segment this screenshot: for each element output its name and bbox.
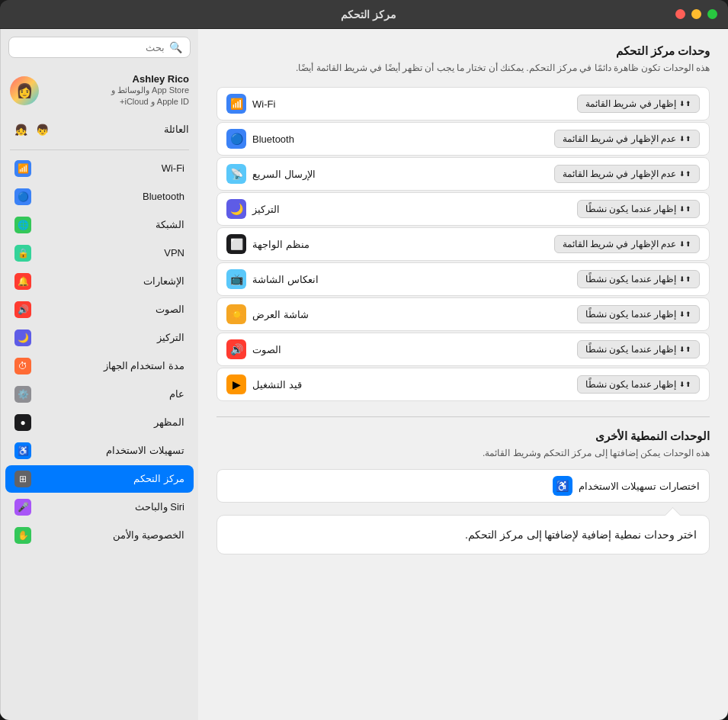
control-icon-wifi: 📶 xyxy=(226,94,246,114)
sidebar-icon-controlcenter: ⊞ xyxy=(14,471,31,487)
control-dropdown-power[interactable]: ⬆⬇ إظهار عندما يكون نشطًا xyxy=(577,375,700,394)
profile-sub-line2: App Store والوسائط و xyxy=(111,85,189,96)
search-input-wrap[interactable]: 🔍 xyxy=(8,37,191,58)
control-dropdown-stage[interactable]: ⬆⬇ عدم الإظهار في شريط القائمة xyxy=(554,235,700,253)
control-icon-sound: 🔊 xyxy=(226,339,246,359)
sidebar-icon-screentime: ⏱ xyxy=(14,358,31,374)
control-dropdown-sound[interactable]: ⬆⬇ إظهار عندما يكون نشطًا xyxy=(577,340,700,358)
sidebar-icon-sound: 🔊 xyxy=(14,301,31,318)
dropdown-label-sound: إظهار عندما يكون نشطًا xyxy=(585,344,676,355)
sidebar-item-right-bluetooth: Bluetooth xyxy=(143,191,184,202)
dropdown-label-bluetooth: عدم الإظهار في شريط القائمة xyxy=(563,133,676,144)
sidebar-item-appearance[interactable]: المظهر ● xyxy=(5,409,194,436)
control-item-sound[interactable]: ⬆⬇ إظهار عندما يكون نشطًا الصوت 🔊 xyxy=(216,333,710,366)
sidebar-item-label-vpn: VPN xyxy=(164,247,184,259)
sidebar-item-label-notifications: الإشعارات xyxy=(143,275,184,287)
control-dropdown-bluetooth[interactable]: ⬆⬇ عدم الإظهار في شريط القائمة xyxy=(554,130,700,148)
sidebar-icon-vpn: 🔒 xyxy=(14,245,31,262)
chevron-down-icon: ⬆⬇ xyxy=(679,135,691,143)
control-dropdown-mirror[interactable]: ⬆⬇ إظهار عندما يكون نشطًا xyxy=(577,270,700,288)
family-avatars: 👦 👧 xyxy=(10,119,53,140)
control-icon-power: ▶ xyxy=(226,374,246,394)
control-label-stage: منظم الواجهة xyxy=(252,239,309,250)
sidebar-item-label-general: عام xyxy=(169,388,184,400)
sidebar-icon-siri: 🎤 xyxy=(14,499,31,516)
minimize-button[interactable] xyxy=(691,9,701,19)
sidebar-item-general[interactable]: عام ⚙️ xyxy=(5,381,194,408)
profile-sub-line1: Apple ID و iCloud+ xyxy=(111,96,189,108)
sidebar-icon-accessibility: ♿ xyxy=(14,442,31,459)
sidebar-content: Ashley Rico App Store والوسائط و Apple I… xyxy=(1,64,198,720)
control-dropdown-airdrop[interactable]: ⬆⬇ عدم الإظهار في شريط القائمة xyxy=(554,165,700,183)
control-dropdown-display[interactable]: ⬆⬇ إظهار عندما يكون نشطًا xyxy=(577,305,700,323)
sidebar-icon-general: ⚙️ xyxy=(14,386,31,403)
sidebar-item-bluetooth[interactable]: Bluetooth 🔵 xyxy=(5,183,194,211)
sidebar-item-screentime[interactable]: مدة استخدام الجهاز ⏱ xyxy=(5,352,194,380)
control-dropdown-focus[interactable]: ⬆⬇ إظهار عندما يكون نشطًا xyxy=(577,200,700,218)
other-section-title: الوحدات النمطية الأخرى xyxy=(216,429,710,443)
dropdown-label-stage: عدم الإظهار في شريط القائمة xyxy=(563,239,676,249)
accessibility-shortcut-item[interactable]: اختصارات تسهيلات الاستخدام ♿ xyxy=(216,469,710,503)
sidebar-item-accessibility[interactable]: تسهيلات الاستخدام ♿ xyxy=(5,437,194,464)
control-item-power[interactable]: ⬆⬇ إظهار عندما يكون نشطًا قيد التشغيل ▶ xyxy=(216,368,710,401)
left-panel: وحدات مركز التحكم هذه الوحدات تكون ظاهرة… xyxy=(198,29,728,720)
sidebar-item-right-notifications: الإشعارات xyxy=(143,275,184,287)
chevron-down-icon: ⬆⬇ xyxy=(679,346,691,353)
sidebar: 🔍 Ashley Rico App Store والوسائط و Apple… xyxy=(0,29,198,720)
sidebar-divider-1 xyxy=(10,149,189,150)
sidebar-item-label-controlcenter: مركز التحكم xyxy=(133,473,184,484)
sidebar-item-right-wifi: Wi-Fi xyxy=(162,162,184,174)
control-label-display: شاشة العرض xyxy=(252,309,309,320)
sidebar-item-controlcenter[interactable]: مركز التحكم ⊞ xyxy=(5,465,194,493)
chevron-down-icon: ⬆⬇ xyxy=(679,381,691,388)
sidebar-icon-privacy: ✋ xyxy=(14,527,31,544)
family-label: العائلة xyxy=(164,124,189,135)
dropdown-label-mirror: إظهار عندما يكون نشطًا xyxy=(585,274,676,284)
family-section[interactable]: العائلة 👦 👧 xyxy=(1,114,198,145)
window-controls xyxy=(675,9,717,19)
sidebar-item-label-sound: الصوت xyxy=(156,304,184,315)
sidebar-item-vpn[interactable]: VPN 🔒 xyxy=(5,239,194,267)
sidebar-item-focus[interactable]: التركيز 🌙 xyxy=(5,324,194,352)
section-title: وحدات مركز التحكم xyxy=(216,44,710,58)
sidebar-item-right-siri: Siri والباحث xyxy=(135,501,184,513)
control-item-left-display: شاشة العرض ☀️ xyxy=(226,304,309,324)
sidebar-item-wifi[interactable]: Wi-Fi 📶 xyxy=(5,155,194,182)
sidebar-item-siri[interactable]: Siri والباحث 🎤 xyxy=(5,493,194,521)
sidebar-item-notifications[interactable]: الإشعارات 🔔 xyxy=(5,268,194,295)
main-window: مركز التحكم وحدات مركز التحكم هذه الوحدا… xyxy=(0,0,728,720)
search-input[interactable] xyxy=(17,42,165,53)
sidebar-item-label-screentime: مدة استخدام الجهاز xyxy=(104,360,184,371)
control-item-left-focus: التركيز 🌙 xyxy=(226,199,280,219)
chevron-down-icon: ⬆⬇ xyxy=(679,170,691,178)
dropdown-label-power: إظهار عندما يكون نشطًا xyxy=(585,379,676,390)
close-button[interactable] xyxy=(675,9,685,19)
control-item-left-power: قيد التشغيل ▶ xyxy=(226,374,302,394)
control-item-focus[interactable]: ⬆⬇ إظهار عندما يكون نشطًا التركيز 🌙 xyxy=(216,192,710,226)
control-item-display[interactable]: ⬆⬇ إظهار عندما يكون نشطًا شاشة العرض ☀️ xyxy=(216,297,710,331)
profile-section[interactable]: Ashley Rico App Store والوسائط و Apple I… xyxy=(1,67,198,114)
sidebar-item-label-bluetooth: Bluetooth xyxy=(143,191,184,202)
sidebar-item-sound[interactable]: الصوت 🔊 xyxy=(5,296,194,323)
control-item-stage[interactable]: ⬆⬇ عدم الإظهار في شريط القائمة منظم الوا… xyxy=(216,227,710,261)
control-item-wifi[interactable]: ⬆⬇ إظهار في شريط القائمة Wi-Fi 📶 xyxy=(216,87,710,121)
control-item-left-bluetooth: Bluetooth 🔵 xyxy=(226,129,294,149)
accessibility-icon: ♿ xyxy=(553,476,572,496)
control-item-airdrop[interactable]: ⬆⬇ عدم الإظهار في شريط القائمة الإرسال ا… xyxy=(216,157,710,191)
control-icon-focus: 🌙 xyxy=(226,199,246,219)
sidebar-item-label-wifi: Wi-Fi xyxy=(162,162,184,174)
maximize-button[interactable] xyxy=(707,9,717,19)
control-dropdown-wifi[interactable]: ⬆⬇ إظهار في شريط القائمة xyxy=(577,95,700,113)
control-item-left-sound: الصوت 🔊 xyxy=(226,339,281,359)
sidebar-item-privacy[interactable]: الخصوصية والأمن ✋ xyxy=(5,522,194,549)
titlebar: مركز التحكم xyxy=(0,0,728,29)
sidebar-item-network[interactable]: الشبكة 🌐 xyxy=(5,211,194,239)
sidebar-item-right-screentime: مدة استخدام الجهاز xyxy=(104,360,184,371)
chevron-down-icon: ⬆⬇ xyxy=(679,205,691,213)
sidebar-item-right-network: الشبكة xyxy=(156,219,184,230)
control-item-bluetooth[interactable]: ⬆⬇ عدم الإظهار في شريط القائمة Bluetooth… xyxy=(216,122,710,156)
control-item-mirror[interactable]: ⬆⬇ إظهار عندما يكون نشطًا انعكاس الشاشة … xyxy=(216,262,710,296)
control-icon-airdrop: 📡 xyxy=(226,164,246,184)
sidebar-items-container: Wi-Fi 📶 Bluetooth 🔵 الشبكة 🌐 VPN 🔒 الإشع… xyxy=(1,155,198,549)
chevron-down-icon: ⬆⬇ xyxy=(679,275,691,283)
